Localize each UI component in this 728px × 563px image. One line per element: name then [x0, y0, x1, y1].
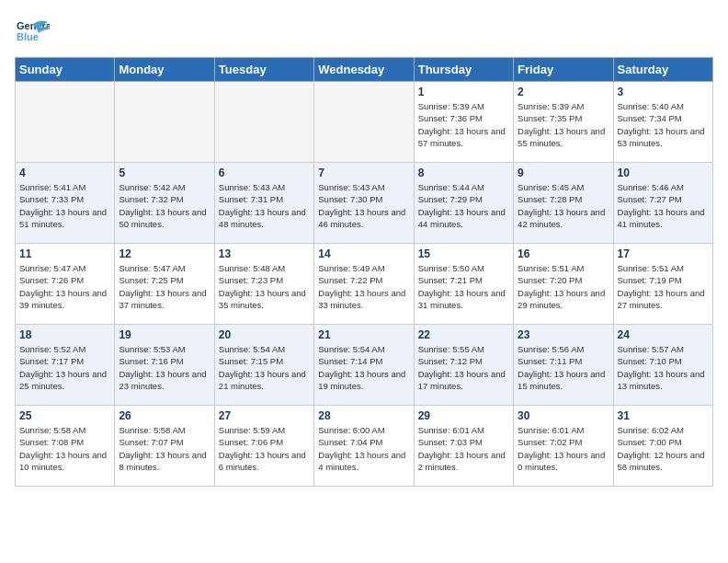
calendar-cell: 4Sunrise: 5:41 AMSunset: 7:33 PMDaylight… [16, 163, 115, 244]
sunrise-text: Sunrise: 5:41 AM [19, 181, 110, 193]
day-number: 7 [318, 167, 409, 179]
day-info: Sunrise: 5:55 AMSunset: 7:12 PMDaylight:… [418, 343, 509, 392]
day-number: 8 [418, 167, 509, 179]
daylight-text: Daylight: 13 hours and 46 minutes. [318, 206, 409, 231]
day-info: Sunrise: 5:56 AMSunset: 7:11 PMDaylight:… [518, 343, 609, 392]
sunrise-text: Sunrise: 5:58 AM [19, 424, 110, 436]
daylight-text: Daylight: 13 hours and 6 minutes. [219, 449, 310, 474]
sunrise-text: Sunrise: 6:01 AM [418, 424, 509, 436]
sunrise-text: Sunrise: 5:59 AM [219, 424, 310, 436]
sunset-text: Sunset: 7:21 PM [418, 274, 509, 286]
weekday-header-row: SundayMondayTuesdayWednesdayThursdayFrid… [16, 58, 713, 82]
sunrise-text: Sunrise: 5:39 AM [518, 100, 609, 112]
calendar-cell: 7Sunrise: 5:43 AMSunset: 7:30 PMDaylight… [314, 163, 414, 244]
sunset-text: Sunset: 7:00 PM [618, 436, 709, 448]
day-number: 20 [219, 328, 310, 341]
sunrise-text: Sunrise: 5:54 AM [318, 343, 409, 355]
sunrise-text: Sunrise: 5:42 AM [119, 181, 210, 193]
calendar-cell: 22Sunrise: 5:55 AMSunset: 7:12 PMDayligh… [414, 325, 513, 406]
calendar-cell: 2Sunrise: 5:39 AMSunset: 7:35 PMDaylight… [514, 82, 613, 163]
day-info: Sunrise: 5:54 AMSunset: 7:15 PMDaylight:… [219, 343, 310, 392]
sunrise-text: Sunrise: 5:50 AM [418, 262, 509, 274]
day-number: 18 [19, 328, 110, 341]
daylight-text: Daylight: 13 hours and 25 minutes. [19, 368, 110, 393]
daylight-text: Daylight: 13 hours and 31 minutes. [418, 287, 509, 312]
sunrise-text: Sunrise: 5:54 AM [219, 343, 310, 355]
daylight-text: Daylight: 13 hours and 33 minutes. [318, 287, 409, 312]
sunset-text: Sunset: 7:11 PM [518, 355, 609, 367]
sunrise-text: Sunrise: 5:57 AM [618, 343, 709, 355]
calendar-cell: 26Sunrise: 5:58 AMSunset: 7:07 PMDayligh… [115, 406, 214, 487]
sunrise-text: Sunrise: 5:56 AM [518, 343, 609, 355]
day-number: 16 [518, 247, 609, 260]
day-info: Sunrise: 5:52 AMSunset: 7:17 PMDaylight:… [19, 343, 110, 392]
weekday-header-tuesday: Tuesday [214, 58, 313, 82]
sunset-text: Sunset: 7:07 PM [119, 436, 210, 448]
daylight-text: Daylight: 13 hours and 21 minutes. [219, 368, 310, 393]
day-number: 10 [618, 167, 709, 179]
calendar-cell [314, 82, 414, 163]
calendar-cell: 16Sunrise: 5:51 AMSunset: 7:20 PMDayligh… [514, 244, 613, 325]
day-info: Sunrise: 6:00 AMSunset: 7:04 PMDaylight:… [318, 424, 409, 473]
day-info: Sunrise: 5:39 AMSunset: 7:35 PMDaylight:… [518, 100, 609, 149]
day-number: 27 [219, 409, 310, 422]
daylight-text: Daylight: 13 hours and 17 minutes. [418, 368, 509, 393]
day-info: Sunrise: 5:53 AMSunset: 7:16 PMDaylight:… [119, 343, 210, 392]
sunrise-text: Sunrise: 5:51 AM [618, 262, 709, 274]
day-info: Sunrise: 5:51 AMSunset: 7:20 PMDaylight:… [518, 262, 609, 311]
calendar-cell: 13Sunrise: 5:48 AMSunset: 7:23 PMDayligh… [214, 244, 313, 325]
logo: General Blue [15, 15, 50, 50]
calendar-cell [115, 82, 214, 163]
daylight-text: Daylight: 13 hours and 35 minutes. [219, 287, 310, 312]
daylight-text: Daylight: 13 hours and 10 minutes. [19, 449, 110, 474]
daylight-text: Daylight: 13 hours and 0 minutes. [518, 449, 609, 474]
sunrise-text: Sunrise: 5:53 AM [119, 343, 210, 355]
day-info: Sunrise: 5:41 AMSunset: 7:33 PMDaylight:… [19, 181, 110, 230]
calendar-week-5: 25Sunrise: 5:58 AMSunset: 7:08 PMDayligh… [16, 406, 713, 487]
day-info: Sunrise: 5:54 AMSunset: 7:14 PMDaylight:… [318, 343, 409, 392]
day-info: Sunrise: 5:50 AMSunset: 7:21 PMDaylight:… [418, 262, 509, 311]
day-info: Sunrise: 5:59 AMSunset: 7:06 PMDaylight:… [219, 424, 310, 473]
sunrise-text: Sunrise: 5:51 AM [518, 262, 609, 274]
calendar-cell: 20Sunrise: 5:54 AMSunset: 7:15 PMDayligh… [214, 325, 313, 406]
day-number: 4 [19, 167, 110, 179]
sunrise-text: Sunrise: 5:39 AM [418, 100, 509, 112]
day-info: Sunrise: 5:48 AMSunset: 7:23 PMDaylight:… [219, 262, 310, 311]
sunset-text: Sunset: 7:29 PM [418, 193, 509, 205]
sunrise-text: Sunrise: 5:58 AM [119, 424, 210, 436]
day-number: 17 [618, 247, 709, 260]
sunrise-text: Sunrise: 6:02 AM [618, 424, 709, 436]
day-number: 24 [618, 328, 709, 341]
sunrise-text: Sunrise: 5:52 AM [19, 343, 110, 355]
calendar-cell: 9Sunrise: 5:45 AMSunset: 7:28 PMDaylight… [514, 163, 613, 244]
sunset-text: Sunset: 7:31 PM [219, 193, 310, 205]
day-number: 31 [618, 409, 709, 422]
day-info: Sunrise: 5:58 AMSunset: 7:08 PMDaylight:… [19, 424, 110, 473]
calendar-cell: 24Sunrise: 5:57 AMSunset: 7:10 PMDayligh… [613, 325, 712, 406]
day-number: 12 [119, 247, 210, 260]
sunset-text: Sunset: 7:12 PM [418, 355, 509, 367]
day-info: Sunrise: 5:43 AMSunset: 7:31 PMDaylight:… [219, 181, 310, 230]
daylight-text: Daylight: 13 hours and 27 minutes. [618, 287, 709, 312]
day-info: Sunrise: 5:46 AMSunset: 7:27 PMDaylight:… [618, 181, 709, 230]
sunrise-text: Sunrise: 5:48 AM [219, 262, 310, 274]
day-info: Sunrise: 5:47 AMSunset: 7:25 PMDaylight:… [119, 262, 210, 311]
day-number: 14 [318, 247, 409, 260]
day-number: 25 [19, 409, 110, 422]
sunrise-text: Sunrise: 5:49 AM [318, 262, 409, 274]
daylight-text: Daylight: 13 hours and 15 minutes. [518, 368, 609, 393]
daylight-text: Daylight: 13 hours and 55 minutes. [518, 125, 609, 150]
weekday-header-monday: Monday [115, 58, 214, 82]
day-number: 23 [518, 328, 609, 341]
day-number: 28 [318, 409, 409, 422]
sunrise-text: Sunrise: 6:01 AM [518, 424, 609, 436]
calendar-cell: 19Sunrise: 5:53 AMSunset: 7:16 PMDayligh… [115, 325, 214, 406]
calendar-cell: 5Sunrise: 5:42 AMSunset: 7:32 PMDaylight… [115, 163, 214, 244]
calendar-week-3: 11Sunrise: 5:47 AMSunset: 7:26 PMDayligh… [16, 244, 713, 325]
sunset-text: Sunset: 7:04 PM [318, 436, 409, 448]
weekday-header-sunday: Sunday [16, 58, 115, 82]
day-number: 6 [219, 167, 310, 179]
day-info: Sunrise: 5:51 AMSunset: 7:19 PMDaylight:… [618, 262, 709, 311]
daylight-text: Daylight: 13 hours and 51 minutes. [19, 206, 110, 231]
daylight-text: Daylight: 13 hours and 4 minutes. [318, 449, 409, 474]
